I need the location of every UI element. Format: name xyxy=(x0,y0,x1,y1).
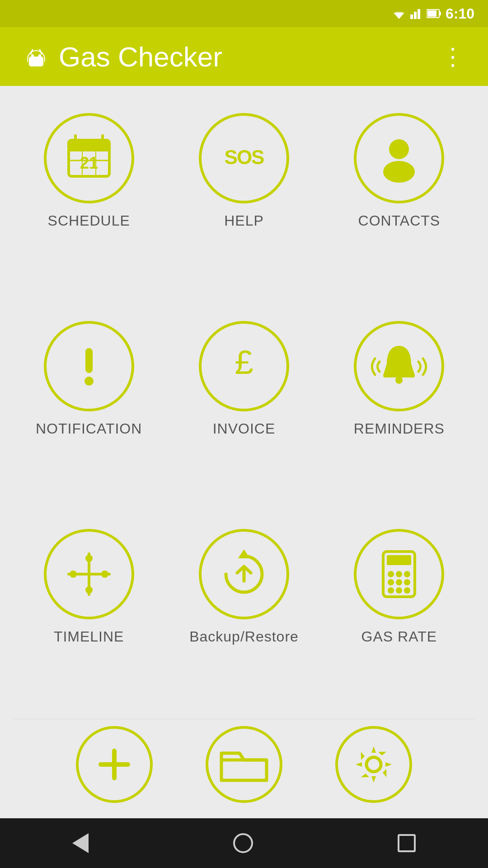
wifi-icon xyxy=(392,8,406,19)
add-button[interactable] xyxy=(76,726,153,803)
menu-item-invoice[interactable]: £ INVOICE xyxy=(169,312,319,511)
app-bar: Gas Checker ⋮ xyxy=(0,27,488,86)
svg-point-60 xyxy=(366,757,381,772)
gas-rate-label: GAS RATE xyxy=(361,628,437,645)
svg-point-44 xyxy=(85,586,93,594)
signal-icon xyxy=(410,8,422,19)
svg-point-49 xyxy=(388,571,394,577)
schedule-icon-circle: 21 xyxy=(44,113,134,203)
svg-point-33 xyxy=(383,161,415,183)
reminders-label: REMINDERS xyxy=(354,420,445,437)
svg-point-52 xyxy=(388,579,394,585)
svg-rect-6 xyxy=(439,12,441,15)
menu-item-help[interactable]: SOS HELP xyxy=(169,104,319,303)
folder-icon xyxy=(219,744,269,785)
battery-icon xyxy=(427,9,441,19)
app-logo xyxy=(23,43,50,70)
gas-rate-icon-circle xyxy=(354,529,444,619)
svg-point-51 xyxy=(404,571,410,577)
upload-circle-icon xyxy=(215,545,273,604)
schedule-label: SCHEDULE xyxy=(48,212,130,229)
calculator-icon xyxy=(370,545,428,604)
settings-button[interactable] xyxy=(335,726,412,803)
timeline-label: TIMELINE xyxy=(54,628,124,645)
notification-label: NOTIFICATION xyxy=(36,420,142,437)
svg-point-32 xyxy=(389,139,409,159)
menu-item-backup-restore[interactable]: Backup/Restore xyxy=(169,520,319,719)
timeline-icon-circle xyxy=(44,529,134,619)
menu-item-gas-rate[interactable]: GAS RATE xyxy=(324,520,474,719)
menu-item-notification[interactable]: NOTIFICATION xyxy=(14,312,164,511)
bell-icon xyxy=(370,337,428,396)
contacts-label: CONTACTS xyxy=(358,212,441,229)
recents-button[interactable] xyxy=(398,834,416,852)
exclamation-icon xyxy=(60,337,118,396)
reminders-icon-circle xyxy=(354,321,444,411)
svg-text:£: £ xyxy=(235,344,253,381)
svg-rect-4 xyxy=(418,9,420,19)
svg-point-54 xyxy=(404,579,410,585)
sos-icon: SOS xyxy=(215,129,273,188)
main-content: 21 SCHEDULE SOS HELP xyxy=(0,86,488,818)
crosshair-icon xyxy=(60,545,118,604)
svg-rect-17 xyxy=(29,57,43,66)
svg-point-42 xyxy=(101,571,108,578)
person-icon xyxy=(370,129,428,188)
svg-point-35 xyxy=(84,377,94,386)
svg-point-38 xyxy=(395,377,403,384)
status-bar: 6:10 xyxy=(0,0,488,27)
menu-item-schedule[interactable]: 21 SCHEDULE xyxy=(14,104,164,303)
svg-rect-24 xyxy=(69,146,109,151)
svg-point-57 xyxy=(404,587,410,594)
app-title: Gas Checker xyxy=(59,41,222,73)
menu-item-contacts[interactable]: CONTACTS xyxy=(324,104,474,303)
svg-point-18 xyxy=(31,54,34,57)
svg-rect-48 xyxy=(387,555,411,565)
contacts-icon-circle xyxy=(354,113,444,203)
svg-point-56 xyxy=(396,587,402,594)
notification-icon-circle xyxy=(44,321,134,411)
svg-text:SOS: SOS xyxy=(225,146,264,168)
bottom-nav xyxy=(14,719,474,809)
help-icon-circle: SOS xyxy=(199,113,289,203)
overflow-menu-button[interactable]: ⋮ xyxy=(441,43,465,70)
home-button[interactable] xyxy=(233,833,253,853)
svg-point-19 xyxy=(38,54,41,57)
plus-icon xyxy=(92,742,137,787)
svg-rect-34 xyxy=(85,348,93,373)
status-time: 6:10 xyxy=(446,5,474,22)
svg-point-43 xyxy=(85,555,93,562)
svg-point-53 xyxy=(396,579,402,585)
android-nav-bar xyxy=(0,818,488,868)
svg-point-41 xyxy=(70,571,77,578)
menu-item-reminders[interactable]: REMINDERS xyxy=(324,312,474,511)
svg-rect-3 xyxy=(414,12,417,19)
invoice-icon-circle: £ xyxy=(199,321,289,411)
backup-restore-icon-circle xyxy=(199,529,289,619)
calendar-icon: 21 xyxy=(60,129,118,188)
svg-point-55 xyxy=(388,587,394,594)
folder-button[interactable] xyxy=(206,726,282,803)
svg-marker-45 xyxy=(238,549,250,558)
backup-restore-label: Backup/Restore xyxy=(189,628,299,645)
pound-icon: £ xyxy=(215,337,273,396)
svg-point-50 xyxy=(396,571,402,577)
gear-icon xyxy=(351,742,396,787)
help-label: HELP xyxy=(224,212,264,229)
menu-grid: 21 SCHEDULE SOS HELP xyxy=(14,104,474,719)
status-icons xyxy=(392,8,441,19)
invoice-label: INVOICE xyxy=(213,420,276,437)
back-button[interactable] xyxy=(72,833,89,853)
menu-item-timeline[interactable]: TIMELINE xyxy=(14,520,164,719)
svg-rect-2 xyxy=(410,14,413,19)
